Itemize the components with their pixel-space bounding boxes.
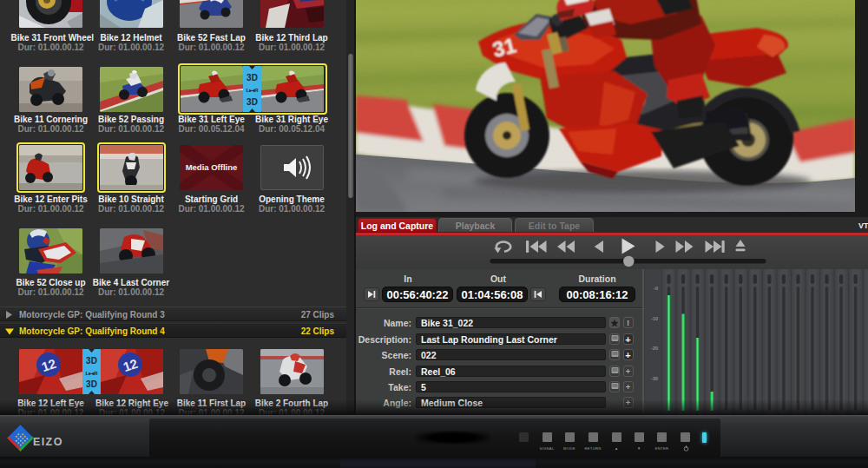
svg-text:L▸◂R: L▸◂R	[85, 371, 98, 376]
svg-text:L▸◂R: L▸◂R	[246, 88, 259, 93]
svg-text:3D: 3D	[86, 379, 97, 389]
svg-text:3D: 3D	[86, 356, 97, 366]
svg-text:EIZO: EIZO	[33, 436, 63, 448]
svg-text:3D: 3D	[247, 97, 258, 107]
svg-text:Media Offline: Media Offline	[186, 162, 238, 172]
svg-text:-0: -0	[654, 286, 658, 291]
svg-text:-20: -20	[651, 346, 658, 351]
svg-text:-30: -30	[651, 376, 658, 381]
svg-text:3D: 3D	[247, 73, 258, 82]
svg-text:-10: -10	[651, 316, 658, 321]
